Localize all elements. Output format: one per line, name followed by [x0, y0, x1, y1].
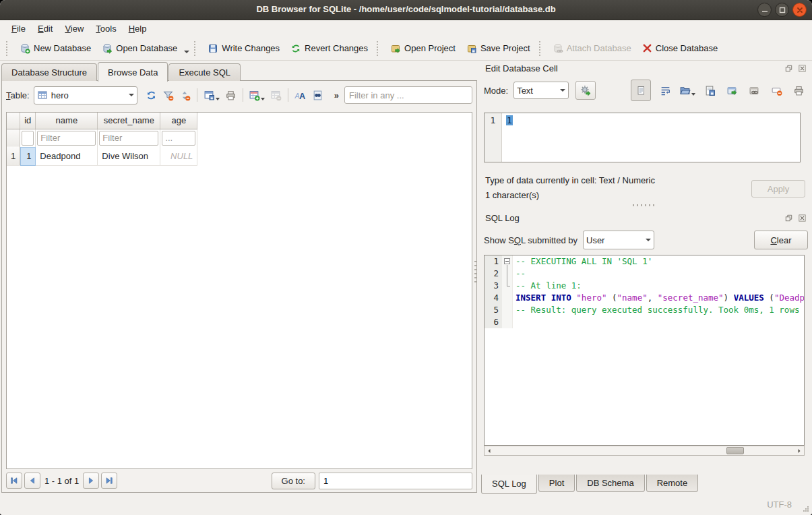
export-cell-button[interactable]: [701, 82, 718, 99]
word-wrap-button[interactable]: [657, 82, 673, 99]
find-in-table-button[interactable]: [309, 86, 325, 104]
sql-source-combobox[interactable]: User: [583, 231, 654, 249]
tab-remote[interactable]: Remote: [646, 475, 699, 492]
copy-link-button[interactable]: [746, 82, 762, 99]
last-record-button[interactable]: [101, 473, 117, 489]
cell-name[interactable]: Deadpond: [36, 147, 98, 166]
menu-view[interactable]: View: [59, 22, 90, 36]
filter-input-id[interactable]: [22, 131, 34, 146]
tab-execute-sql[interactable]: Execute SQL: [168, 63, 241, 81]
import-cell-button[interactable]: [679, 82, 695, 99]
chevron-down-icon: [216, 98, 220, 100]
tab-browse-data[interactable]: Browse Data: [98, 62, 168, 82]
text-mode-toggle[interactable]: [631, 80, 651, 101]
table-combobox[interactable]: hero: [34, 86, 137, 104]
mode-combobox[interactable]: Text: [513, 82, 569, 99]
revert-changes-button[interactable]: Revert Changes: [285, 40, 373, 57]
close-dock-button[interactable]: [798, 64, 807, 73]
goto-button[interactable]: Go to:: [272, 473, 315, 489]
clear-sorting-button[interactable]: [177, 86, 193, 104]
new-database-button[interactable]: New Database: [14, 40, 96, 57]
first-record-button[interactable]: [6, 473, 22, 489]
float-icon: [785, 65, 792, 72]
filter-input-age[interactable]: [162, 131, 195, 146]
project-save-icon: [466, 43, 477, 54]
set-null-button[interactable]: [768, 82, 784, 99]
chevron-down-icon: [261, 98, 265, 100]
toolbar-overflow-button[interactable]: »: [334, 90, 339, 100]
row-number[interactable]: 1: [7, 147, 20, 166]
menu-tools[interactable]: Tools: [90, 22, 122, 36]
print-cell-button[interactable]: [790, 82, 807, 99]
toolbar-separator: [288, 88, 288, 102]
filter-input-secret-name[interactable]: [99, 131, 158, 146]
save-table-button[interactable]: [201, 86, 222, 104]
save-project-button[interactable]: Save Project: [461, 40, 536, 57]
close-database-button[interactable]: Close Database: [637, 40, 724, 56]
goto-input[interactable]: [319, 473, 472, 489]
tab-db-schema[interactable]: DB Schema: [576, 475, 644, 492]
title-bar[interactable]: DB Browser for SQLite - /home/user/code/…: [0, 0, 812, 20]
main-area: Database Structure Browse Data Execute S…: [0, 61, 812, 495]
cell-secret-name[interactable]: Dive Wilson: [98, 147, 160, 166]
maximize-button[interactable]: [775, 3, 789, 17]
clear-log-button[interactable]: Clear: [754, 231, 808, 249]
sql-log-hscrollbar[interactable]: [484, 446, 805, 456]
column-header-age[interactable]: age: [160, 113, 197, 129]
cell-char-count: 1 character(s): [485, 188, 745, 203]
scroll-right-icon[interactable]: [794, 446, 804, 455]
write-changes-button[interactable]: Write Changes: [202, 40, 285, 57]
filter-input-name[interactable]: [37, 131, 96, 146]
float-dock-button[interactable]: [784, 214, 793, 222]
print-table-button[interactable]: [222, 86, 239, 104]
corner-header[interactable]: [7, 113, 20, 129]
show-sql-label: Show SQL submitted by: [484, 235, 577, 245]
close-icon: [799, 65, 806, 72]
last-icon: [104, 476, 114, 485]
toolbar-handle: [539, 41, 544, 56]
clear-filters-button[interactable]: [160, 86, 177, 104]
auto-apply-button[interactable]: [575, 81, 596, 100]
panel-splitter[interactable]: [472, 61, 479, 495]
column-header-secret-name[interactable]: secret_name: [98, 113, 160, 129]
open-external-button[interactable]: [724, 82, 740, 99]
insert-record-button[interactable]: [247, 86, 268, 104]
close-dock-button[interactable]: [798, 214, 807, 222]
window-title: DB Browser for SQLite - /home/user/code/…: [0, 4, 812, 14]
menu-help[interactable]: Help: [123, 22, 153, 36]
scrollbar-thumb[interactable]: [726, 447, 744, 454]
tab-plot[interactable]: Plot: [538, 475, 575, 492]
column-header-name[interactable]: name: [36, 113, 98, 129]
cell-value-editor[interactable]: 1 1: [484, 113, 801, 162]
global-filter-input[interactable]: [344, 86, 472, 104]
column-header-id[interactable]: id: [20, 113, 36, 129]
refresh-table-button[interactable]: [143, 86, 160, 104]
open-file-icon: [679, 85, 691, 96]
main-toolbar: New Database Open Database Write Changes: [0, 36, 812, 61]
menu-file[interactable]: File: [5, 22, 32, 36]
left-panel: Database Structure Browse Data Execute S…: [0, 61, 478, 495]
minimize-button[interactable]: [757, 3, 772, 17]
previous-record-button[interactable]: [24, 473, 40, 489]
dock-splitter-handle[interactable]: [633, 204, 657, 206]
open-database-dropdown[interactable]: [184, 51, 189, 53]
toolbar-handle: [6, 41, 11, 56]
float-dock-button[interactable]: [784, 64, 793, 73]
cell-age[interactable]: NULL: [160, 147, 197, 166]
tab-database-structure[interactable]: Database Structure: [1, 63, 97, 81]
table-icon: [37, 90, 48, 100]
open-database-button[interactable]: Open Database: [96, 40, 183, 57]
printer-icon: [225, 90, 237, 101]
sql-log-dock-title: SQL Log: [480, 211, 812, 226]
open-project-button[interactable]: Open Project: [385, 40, 461, 57]
cell-id[interactable]: 1: [20, 147, 36, 166]
next-record-button[interactable]: [83, 473, 99, 489]
toolbar-separator: [243, 88, 243, 102]
menu-edit[interactable]: Edit: [32, 22, 59, 36]
sql-log-view[interactable]: 1-- EXECUTING ALL IN 'SQL 1'2--3-- At li…: [484, 255, 805, 446]
scroll-left-icon[interactable]: [485, 446, 494, 455]
tab-sql-log[interactable]: SQL Log: [481, 475, 537, 494]
close-button[interactable]: [792, 3, 807, 17]
resize-grip[interactable]: [803, 506, 809, 512]
format-button[interactable]: A A: [292, 86, 309, 104]
